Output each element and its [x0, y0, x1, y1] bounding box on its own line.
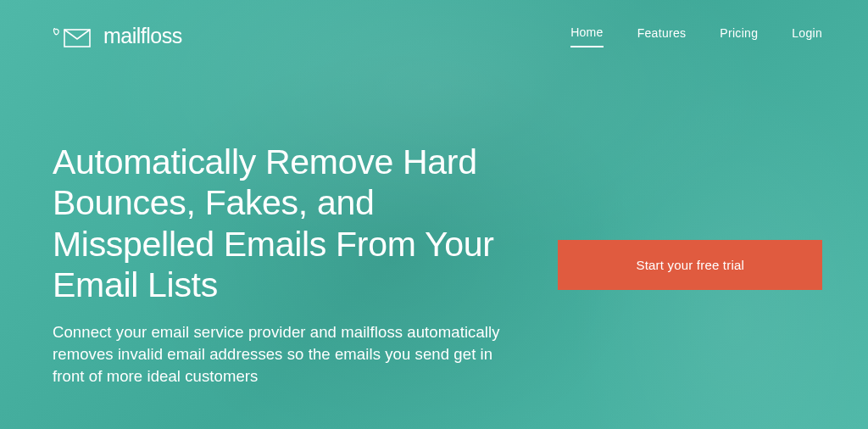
logo[interactable]: mailfloss [53, 24, 182, 48]
start-trial-button[interactable]: Start your free trial [558, 240, 822, 290]
header: mailfloss Home Features Pricing Login [0, 0, 868, 48]
nav-features[interactable]: Features [637, 26, 687, 47]
nav-login[interactable]: Login [792, 26, 822, 47]
hero-content: Automatically Remove Hard Bounces, Fakes… [0, 142, 868, 387]
hero-text: Automatically Remove Hard Bounces, Fakes… [53, 142, 524, 387]
nav-home[interactable]: Home [570, 25, 604, 47]
cta-section: Start your free trial [558, 240, 822, 290]
mail-logo-icon [53, 25, 98, 47]
hero-subheadline: Connect your email service provider and … [53, 321, 524, 388]
hero-headline: Automatically Remove Hard Bounces, Fakes… [53, 142, 524, 306]
main-nav: Home Features Pricing Login [570, 25, 822, 47]
hero-section: mailfloss Home Features Pricing Login Au… [0, 0, 868, 429]
logo-text: mailfloss [103, 24, 182, 48]
nav-pricing[interactable]: Pricing [720, 26, 758, 47]
